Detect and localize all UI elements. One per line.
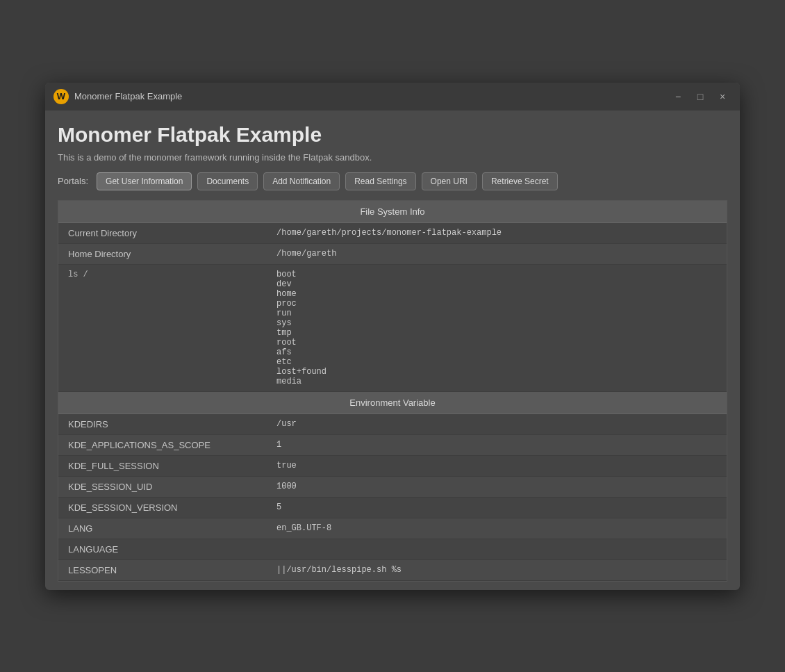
- lang-key: LANG: [58, 518, 267, 539]
- language-key: LANGUAGE: [58, 539, 267, 559]
- kde-session-uid-value: 1000: [267, 476, 727, 497]
- kdedirs-row: KDEDIRS /usr: [58, 413, 727, 434]
- app-title: Monomer Flatpak Example: [58, 123, 727, 147]
- app-description: This is a demo of the monomer framework …: [58, 152, 727, 163]
- portal-open-uri-button[interactable]: Open URI: [422, 172, 477, 190]
- current-directory-row: Current Directory /home/gareth/projects/…: [58, 222, 727, 243]
- titlebar-left: W Monomer Flatpak Example: [53, 89, 182, 104]
- env-section-header: Environment Variable: [58, 391, 727, 413]
- kde-full-session-key: KDE_FULL_SESSION: [58, 455, 267, 476]
- maximize-button[interactable]: □: [691, 88, 709, 106]
- language-row: LANGUAGE: [58, 539, 727, 559]
- lessopen-row: LESSOPEN ||/usr/bin/lesspipe.sh %s: [58, 559, 727, 580]
- portal-get-user-info-button[interactable]: Get User Information: [97, 172, 192, 190]
- kde-full-session-value: true: [267, 455, 727, 476]
- lang-row: LANG en_GB.UTF-8: [58, 518, 727, 539]
- lessopen-key: LESSOPEN: [58, 559, 267, 580]
- portal-retrieve-secret-button[interactable]: Retrieve Secret: [482, 172, 558, 190]
- content-area: Monomer Flatpak Example This is a demo o…: [45, 110, 740, 590]
- titlebar: W Monomer Flatpak Example − □ ×: [45, 83, 740, 110]
- home-directory-row: Home Directory /home/gareth: [58, 243, 727, 264]
- info-table: File System Info Current Directory /home…: [58, 201, 727, 581]
- current-directory-key: Current Directory: [58, 222, 267, 243]
- kde-full-session-row: KDE_FULL_SESSION true: [58, 455, 727, 476]
- portal-documents-button[interactable]: Documents: [197, 172, 258, 190]
- home-directory-value: /home/gareth: [267, 243, 727, 264]
- kde-app-scope-row: KDE_APPLICATIONS_AS_SCOPE 1: [58, 434, 727, 455]
- minimize-button[interactable]: −: [669, 88, 687, 106]
- language-value: [267, 539, 727, 559]
- portals-row: Portals: Get User Information Documents …: [58, 172, 727, 190]
- kde-app-scope-value: 1: [267, 434, 727, 455]
- lang-value: en_GB.UTF-8: [267, 518, 727, 539]
- portal-add-notification-button[interactable]: Add Notification: [263, 172, 340, 190]
- info-table-wrapper[interactable]: File System Info Current Directory /home…: [58, 200, 727, 582]
- kde-session-version-key: KDE_SESSION_VERSION: [58, 497, 267, 518]
- titlebar-controls: − □ ×: [669, 88, 732, 106]
- lessopen-value: ||/usr/bin/lesspipe.sh %s: [267, 559, 727, 580]
- kde-session-uid-row: KDE_SESSION_UID 1000: [58, 476, 727, 497]
- ls-value: boot dev home proc run sys tmp root afs …: [267, 264, 727, 391]
- close-button[interactable]: ×: [713, 88, 732, 106]
- kde-session-uid-key: KDE_SESSION_UID: [58, 476, 267, 497]
- kde-session-version-row: KDE_SESSION_VERSION 5: [58, 497, 727, 518]
- portals-label: Portals:: [58, 176, 88, 186]
- kdedirs-key: KDEDIRS: [58, 413, 267, 434]
- main-window: W Monomer Flatpak Example − □ × Monomer …: [45, 83, 740, 590]
- ls-row: ls / boot dev home proc run sys tmp root…: [58, 264, 727, 391]
- ls-key: ls /: [58, 264, 267, 391]
- kde-app-scope-key: KDE_APPLICATIONS_AS_SCOPE: [58, 434, 267, 455]
- app-icon: W: [53, 89, 69, 104]
- titlebar-title: Monomer Flatpak Example: [74, 91, 182, 101]
- kdedirs-value: /usr: [267, 413, 727, 434]
- portal-read-settings-button[interactable]: Read Settings: [345, 172, 415, 190]
- current-directory-value: /home/gareth/projects/monomer-flatpak-ex…: [267, 222, 727, 243]
- filesystem-section-header: File System Info: [58, 201, 727, 223]
- home-directory-key: Home Directory: [58, 243, 267, 264]
- kde-session-version-value: 5: [267, 497, 727, 518]
